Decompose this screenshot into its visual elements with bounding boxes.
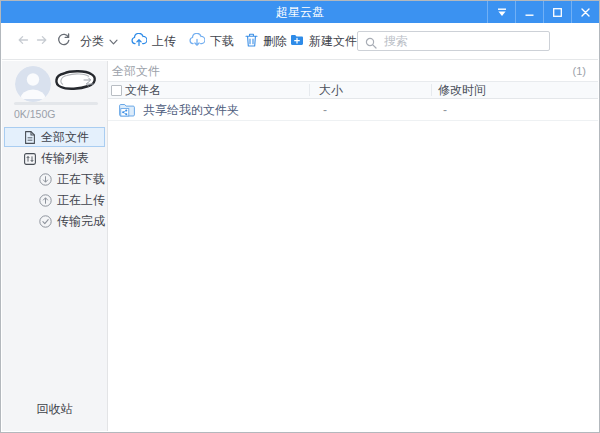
close-button[interactable] [571,1,599,23]
toolbar: 分类 上传 下载 删除 新建文件夹 [2,23,598,60]
main-panel: 全部文件 (1) 文件名 大小 修改时间 共享给我的文件夹 - - [108,61,598,431]
column-divider [431,84,432,96]
file-size: - [323,99,327,121]
sidebar-item-uploading[interactable]: 正在上传 [4,190,105,210]
sidebar-item-label: 全部文件 [41,128,89,146]
table-header: 文件名 大小 修改时间 [108,81,598,99]
trash-icon [245,33,258,50]
title-bar[interactable]: 超星云盘 [1,1,599,23]
storage-progress-bar [14,102,98,105]
search-icon [365,35,377,53]
completed-circle-icon [39,215,52,228]
download-button[interactable]: 下载 [189,23,234,59]
file-name-link[interactable]: 共享给我的文件夹 [143,99,239,121]
upload-label: 上传 [152,33,176,50]
column-header-filename[interactable]: 文件名 [125,82,161,99]
sidebar: 0K/150G 全部文件 传输列表 正在下载 [2,61,108,431]
delete-label: 删除 [263,33,287,50]
column-header-size[interactable]: 大小 [319,82,343,99]
switch-account-icon[interactable] [83,73,94,91]
file-modified-time: - [443,99,447,121]
select-all-checkbox[interactable] [111,85,122,96]
sidebar-item-label: 传输列表 [41,149,89,167]
delete-button[interactable]: 删除 [245,23,287,59]
breadcrumb-bar: 全部文件 (1) [108,61,598,81]
avatar[interactable] [15,66,51,102]
chevron-down-icon [109,34,118,48]
storage-usage-text: 0K/150G [14,108,55,120]
uploading-circle-icon [39,194,52,207]
sidebar-item-label: 正在下载 [57,170,105,188]
skin-menu-button[interactable] [487,1,515,23]
cloud-upload-icon [131,33,147,49]
item-count-badge: (1) [573,61,586,81]
shared-folder-icon [119,103,135,121]
skin-menu-icon [497,3,507,21]
back-button[interactable] [17,23,29,59]
forward-arrow-icon [36,34,48,49]
search-box [357,31,550,51]
app-window: 超星云盘 [0,0,600,433]
sidebar-item-transfer-complete[interactable]: 传输完成 [4,211,105,231]
category-label: 分类 [80,33,104,50]
sidebar-item-downloading[interactable]: 正在下载 [4,169,105,189]
window-controls [487,1,599,23]
category-button[interactable]: 分类 [80,23,118,59]
download-label: 下载 [210,33,234,50]
maximize-icon [553,3,562,21]
column-divider [309,84,310,96]
downloading-circle-icon [39,173,52,186]
search-input[interactable] [357,31,550,51]
column-header-modified[interactable]: 修改时间 [438,82,486,99]
back-arrow-icon [17,34,29,49]
sidebar-nav: 全部文件 传输列表 正在下载 正在上传 [2,127,107,232]
document-icon [23,131,36,144]
refresh-button[interactable] [57,23,70,59]
transfer-list-icon [23,152,36,165]
upload-button[interactable]: 上传 [131,23,176,59]
cloud-download-icon [189,33,205,49]
close-icon [581,3,590,21]
refresh-icon [57,33,70,49]
breadcrumb[interactable]: 全部文件 [112,61,160,81]
minimize-icon [525,3,534,21]
maximize-button[interactable] [543,1,571,23]
forward-button[interactable] [36,23,48,59]
sidebar-item-all-files[interactable]: 全部文件 [4,127,105,147]
minimize-button[interactable] [515,1,543,23]
sidebar-item-label: 正在上传 [57,191,105,209]
sidebar-item-label: 传输完成 [57,212,105,230]
sidebar-item-transfer-list[interactable]: 传输列表 [4,148,105,168]
table-row[interactable]: 共享给我的文件夹 - - [108,99,598,121]
sidebar-item-recycle-bin[interactable]: 回收站 [2,401,107,418]
new-folder-icon [290,34,304,49]
